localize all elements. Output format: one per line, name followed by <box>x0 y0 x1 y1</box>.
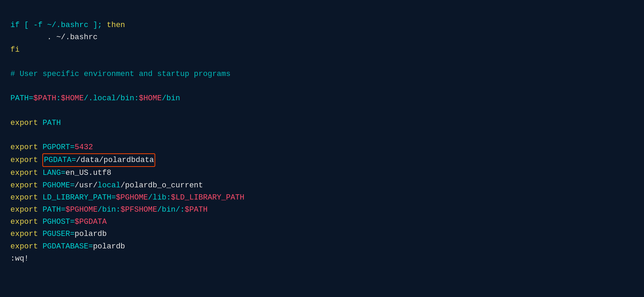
code-line <box>10 105 634 117</box>
code-token: $PGHOME <box>65 205 97 214</box>
code-token: /bin: <box>98 205 121 214</box>
code-token: /bin <box>162 94 180 103</box>
code-line: export PGUSER=polardb <box>10 228 634 240</box>
code-line: PATH=$PATH:$HOME/.local/bin:$HOME/bin <box>10 92 634 104</box>
code-token: /usr/ <box>75 181 98 190</box>
code-token: $PFSHOME <box>121 205 157 214</box>
code-line <box>10 56 634 68</box>
code-line: export PGHOST=$PGDATA <box>10 216 634 228</box>
pgdata-value: /data/polardbdata <box>76 156 154 164</box>
code-token: fi <box>10 45 19 54</box>
code-token: PGHOME= <box>42 181 74 190</box>
code-line: . ~/.bashrc <box>10 31 634 43</box>
code-line: export LANG=en_US.utf8 <box>10 167 634 179</box>
code-token: export <box>10 143 42 152</box>
pgdata-key: PGDATA= <box>44 156 76 164</box>
code-token: export <box>10 218 42 226</box>
code-token: PATH= <box>42 205 65 214</box>
code-token: PATH= <box>10 94 33 103</box>
code-token: $PATH <box>33 94 56 103</box>
code-token: en_US.utf8 <box>65 169 111 177</box>
code-token: LD_LIBRARY_PATH= <box>42 193 116 202</box>
code-line: :wq! <box>10 253 634 265</box>
code-token: export <box>10 119 42 127</box>
code-token: $PGDATA <box>75 218 107 226</box>
code-token: export <box>10 193 42 202</box>
code-line: export LD_LIBRARY_PATH=$PGHOME/lib:$LD_L… <box>10 192 634 204</box>
code-line: if [ -f ~/.bashrc ]; then <box>10 19 634 31</box>
code-token: $HOME <box>139 94 162 103</box>
keyword-export: export <box>10 156 42 164</box>
code-token: export <box>10 230 42 238</box>
code-line: fi <box>10 44 634 56</box>
code-token: polardb <box>93 242 125 251</box>
code-token: $LD_LIBRARY_PATH <box>171 193 244 202</box>
code-token: 5432 <box>75 143 93 152</box>
code-token: : <box>56 94 61 103</box>
code-token: export <box>10 169 42 177</box>
code-line: export PATH <box>10 117 634 129</box>
code-token: /polardb_o_current <box>121 181 203 190</box>
code-token: /bin/: <box>157 205 185 214</box>
code-token: /lib: <box>148 193 171 202</box>
code-line: export PATH=$PGHOME/bin:$PFSHOME/bin/:$P… <box>10 204 634 216</box>
code-token: PATH <box>42 119 61 127</box>
code-token: PGPORT= <box>42 143 74 152</box>
code-token: PGHOST= <box>42 218 74 226</box>
code-token: $HOME <box>61 94 84 103</box>
code-line: export PGDATABASE=polardb <box>10 240 634 253</box>
code-token: export <box>10 242 42 251</box>
code-token: # User specific environment and startup … <box>10 70 231 78</box>
code-line <box>10 80 634 92</box>
code-token: export <box>10 205 42 214</box>
code-editor: if [ -f ~/.bashrc ]; then . ~/.bashrcfi … <box>10 7 634 265</box>
code-line: export PGHOME=/usr/local/polardb_o_curre… <box>10 179 634 192</box>
code-line: # User specific environment and startup … <box>10 68 634 80</box>
code-line <box>10 129 634 141</box>
code-token: if [ -f ~/.bashrc ]; <box>10 21 107 29</box>
code-token: PGDATABASE= <box>42 242 93 251</box>
code-token: LANG= <box>42 169 65 177</box>
code-token: polardb <box>75 230 107 238</box>
code-token: . ~/.bashrc <box>10 33 98 42</box>
code-line: export PGDATA=/data/polardbdata <box>10 153 634 167</box>
code-token: $PATH <box>185 205 208 214</box>
code-token: then <box>107 21 125 29</box>
code-token: :wq! <box>10 254 29 263</box>
code-token: $PGHOME <box>116 193 148 202</box>
code-line: export PGPORT=5432 <box>10 141 634 153</box>
code-token: /.local/bin: <box>84 94 139 103</box>
code-token: export <box>10 181 42 190</box>
highlighted-value: PGDATA=/data/polardbdata <box>42 153 155 167</box>
code-token: PGUSER= <box>42 230 74 238</box>
code-token: local <box>98 181 121 190</box>
